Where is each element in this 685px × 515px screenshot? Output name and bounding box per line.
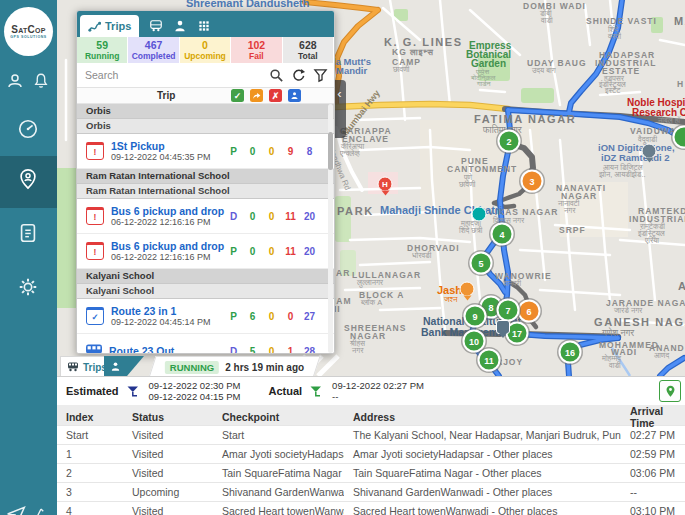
trip-count: P <box>224 246 243 257</box>
map-marker-10[interactable]: 10 <box>463 330 486 353</box>
checkpoint-table: IndexStatusCheckpointAddressArrival Time… <box>57 405 685 515</box>
jashn-restaurant-marker[interactable] <box>460 282 475 301</box>
user-icon[interactable] <box>6 72 24 90</box>
grid-icon[interactable] <box>197 19 211 33</box>
stat-label: Running <box>77 51 127 61</box>
table-row[interactable]: StartVisitedStartThe Kalyani School, Nea… <box>57 425 685 444</box>
map-marker-9[interactable]: 9 <box>464 305 487 328</box>
poi-tip <box>499 333 507 338</box>
status-badge: RUNNING <box>165 361 219 374</box>
stat-value: 0 <box>180 39 230 51</box>
stat-running[interactable]: 59Running <box>77 37 128 63</box>
trip-group-header: Kalyani School <box>77 284 334 299</box>
trip-title-link[interactable]: 1St Pickup <box>111 140 224 152</box>
bottom-tab-driver[interactable] <box>104 356 127 376</box>
trip-group-header: Orbis <box>77 104 334 119</box>
table-row[interactable]: 2VisitedTain SquareFatima NagarTain Squa… <box>57 463 685 482</box>
trip-status-chip: RUNNING 2 hrs 19 min ago <box>148 356 320 378</box>
partial-menu-icon[interactable] <box>6 504 26 515</box>
shinde-chhatri-poi[interactable] <box>472 207 487 222</box>
actual-time-1: 09-12-2022 02:27 PM <box>332 380 424 391</box>
stat-upcoming[interactable]: 0Upcoming <box>180 37 231 63</box>
trip-counts: P0098 <box>224 146 319 157</box>
trip-count: 0 <box>281 311 300 322</box>
filter-icon[interactable] <box>313 68 328 83</box>
search-icon[interactable] <box>269 68 284 83</box>
table-cell: Visited <box>123 467 213 479</box>
show-on-map-button[interactable] <box>659 380 681 402</box>
driver-icon <box>110 361 121 372</box>
actual-funnel-icon[interactable] <box>310 386 322 397</box>
poi-tip <box>381 191 389 196</box>
settings-icon[interactable] <box>17 276 39 298</box>
satcop-logo[interactable]: SatCop GPS SOLUTIONS <box>4 7 53 56</box>
live-tracking-icon[interactable] <box>17 168 39 190</box>
green-pin-icon <box>665 385 676 398</box>
ion-digital-zone-pin[interactable] <box>642 144 657 163</box>
poi-shape: H <box>378 177 393 192</box>
trip-row[interactable]: !Bus 6 pickup and drop06-12-2022 12:16:1… <box>77 199 334 234</box>
table-row[interactable]: 4VisitedSacred Heart towenWanwadiSacred … <box>57 501 685 515</box>
table-row[interactable]: 3UpcomingShivanand GardenWanwadiShivanan… <box>57 482 685 501</box>
dashboard-icon[interactable] <box>17 118 39 140</box>
status-ago: 2 hrs 19 min ago <box>225 362 304 373</box>
scrollbar-thumb[interactable] <box>328 132 333 170</box>
refresh-icon[interactable] <box>291 68 306 83</box>
trip-filter-chips: ✓ ✗ <box>225 89 301 102</box>
map-marker-4[interactable]: 4 <box>491 223 514 246</box>
map-marker-5[interactable]: 5 <box>470 252 493 275</box>
stat-label: Upcoming <box>180 51 230 61</box>
estimated-funnel-icon[interactable] <box>127 386 139 397</box>
fail-x-icon[interactable]: ✗ <box>269 89 282 102</box>
hospital-marker[interactable]: H <box>378 177 393 196</box>
table-cell: Visited <box>123 505 213 515</box>
trip-row[interactable]: Route 23 OutD50128 <box>77 334 334 353</box>
stat-fail[interactable]: 102Fail <box>231 37 282 63</box>
trip-datetime: 06-12-2022 12:16:16 PM <box>111 217 224 228</box>
trip-row[interactable]: ✓Route 23 in 109-12-2022 04:45:14 PMP600… <box>77 299 334 334</box>
map-marker-2[interactable]: 2 <box>498 130 521 153</box>
bus-icon[interactable] <box>149 19 163 33</box>
student-icon[interactable] <box>288 89 301 102</box>
estimated-label: Estimated <box>66 385 119 397</box>
trip-list-scrollbar[interactable] <box>328 104 333 353</box>
trips-panel-header: Trips <box>77 11 334 37</box>
map-marker-11[interactable]: 11 <box>478 349 501 372</box>
forward-arrow-icon[interactable] <box>250 89 263 102</box>
stat-completed[interactable]: 467Completed <box>128 37 179 63</box>
column-header: Index <box>57 411 123 423</box>
map-marker-7[interactable]: 7 <box>497 299 520 322</box>
nibm-poi[interactable] <box>496 320 510 338</box>
trips-panel: Trips 59Running467Completed0Upcoming102F… <box>76 10 335 354</box>
tab-trips[interactable]: Trips <box>80 15 139 37</box>
bus-icon <box>84 343 104 353</box>
map-marker-edge[interactable] <box>673 126 685 149</box>
trip-count: 0 <box>262 311 281 322</box>
poi-shape <box>472 207 487 222</box>
trip-title-link[interactable]: Route 23 in 1 <box>111 305 224 317</box>
map-marker-16[interactable]: 16 <box>559 341 582 364</box>
trip-count: 5 <box>243 346 262 354</box>
trip-title-link[interactable]: Bus 6 pickup and drop <box>111 240 224 252</box>
partial-menu-icon-2[interactable] <box>32 506 50 515</box>
trip-row[interactable]: !1St Pickup09-12-2022 04:45:35 PMP0098 <box>77 134 334 169</box>
stat-total[interactable]: 628Total <box>283 37 334 63</box>
map-marker-3[interactable]: 3 <box>521 170 544 193</box>
search-input[interactable]: Search <box>85 69 262 81</box>
completed-check-icon[interactable]: ✓ <box>231 89 244 102</box>
table-row[interactable]: 1VisitedAmar Jyoti societyHadapsarAmar J… <box>57 444 685 463</box>
trip-title-link[interactable]: Route 23 Out <box>109 345 224 353</box>
stat-label: Total <box>283 51 333 61</box>
driver-icon[interactable] <box>173 19 187 33</box>
table-cell: Amar Jyoti societyHadapsar <box>213 448 344 460</box>
poi-shape <box>460 282 475 297</box>
trip-count: 11 <box>281 211 300 222</box>
bell-icon[interactable] <box>32 72 50 90</box>
trip-title-link[interactable]: Bus 6 pickup and drop <box>111 205 224 217</box>
reports-icon[interactable] <box>17 222 39 244</box>
trip-row[interactable]: !Bus 6 pickup and drop06-12-2022 12:16:1… <box>77 234 334 269</box>
trip-count: 11 <box>281 246 300 257</box>
app-window: Shreemant DandushethDOMBI WADIडोंबीवाडीS… <box>0 0 685 515</box>
map-marker-6[interactable]: 6 <box>518 300 541 323</box>
column-header: Status <box>123 411 213 423</box>
